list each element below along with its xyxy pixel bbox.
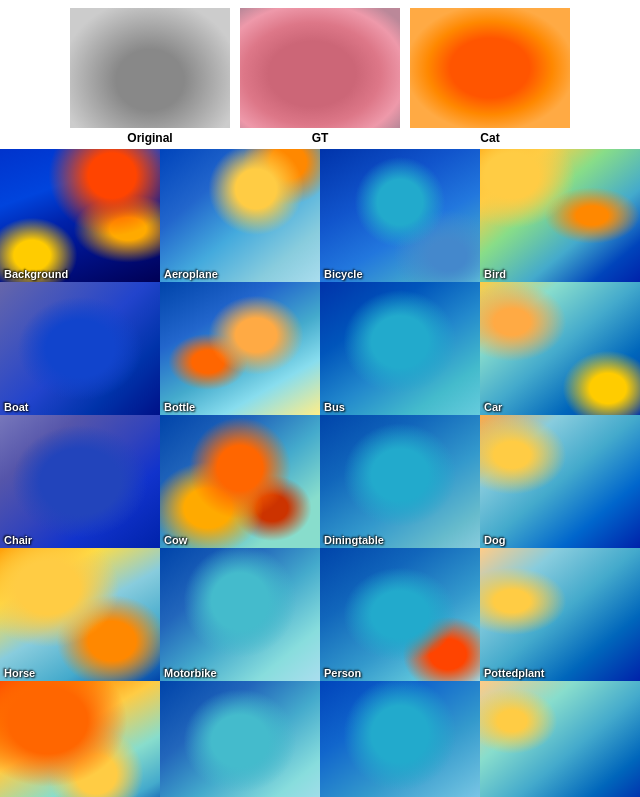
cat-item: Cat bbox=[410, 8, 570, 145]
top-row: Original GT Cat bbox=[0, 0, 640, 149]
original-image bbox=[70, 8, 230, 128]
label-cow: Cow bbox=[164, 534, 187, 546]
label-aeroplane: Aeroplane bbox=[164, 268, 218, 280]
cell-pottedplant: Pottedplant bbox=[480, 548, 640, 681]
cell-bird: Bird bbox=[480, 149, 640, 282]
grid-row-2: Boat Bottle Bus Car bbox=[0, 282, 640, 415]
grid-row-1: Background Aeroplane Bicycle Bird bbox=[0, 149, 640, 282]
label-bottle: Bottle bbox=[164, 401, 195, 413]
cell-sofa: Sofa bbox=[160, 681, 320, 797]
label-dog: Dog bbox=[484, 534, 505, 546]
cell-bottle: Bottle bbox=[160, 282, 320, 415]
label-diningtable: Diningtable bbox=[324, 534, 384, 546]
grid-row-4: Horse Motorbike Person Pottedplant bbox=[0, 548, 640, 681]
original-label: Original bbox=[127, 131, 172, 145]
label-bus: Bus bbox=[324, 401, 345, 413]
cell-background: Background bbox=[0, 149, 160, 282]
label-chair: Chair bbox=[4, 534, 32, 546]
cell-car: Car bbox=[480, 282, 640, 415]
grid-row-3: Chair Cow Diningtable Dog bbox=[0, 415, 640, 548]
cell-motorbike: Motorbike bbox=[160, 548, 320, 681]
cat-image bbox=[410, 8, 570, 128]
cell-cow: Cow bbox=[160, 415, 320, 548]
cell-horse: Horse bbox=[0, 548, 160, 681]
cell-sheep: Sheep bbox=[0, 681, 160, 797]
cell-dog: Dog bbox=[480, 415, 640, 548]
cat-label: Cat bbox=[480, 131, 499, 145]
label-car: Car bbox=[484, 401, 502, 413]
label-boat: Boat bbox=[4, 401, 28, 413]
gt-image bbox=[240, 8, 400, 128]
cell-chair: Chair bbox=[0, 415, 160, 548]
gt-item: GT bbox=[240, 8, 400, 145]
original-item: Original bbox=[70, 8, 230, 145]
cell-boat: Boat bbox=[0, 282, 160, 415]
cell-person: Person bbox=[320, 548, 480, 681]
main-container: Original GT Cat Background Aeroplane Bic… bbox=[0, 0, 640, 797]
cell-train: Train bbox=[320, 681, 480, 797]
grid-row-5: Sheep Sofa Train Tvmonitor bbox=[0, 681, 640, 797]
label-bird: Bird bbox=[484, 268, 506, 280]
label-pottedplant: Pottedplant bbox=[484, 667, 545, 679]
cell-diningtable: Diningtable bbox=[320, 415, 480, 548]
label-bicycle: Bicycle bbox=[324, 268, 363, 280]
cell-bicycle: Bicycle bbox=[320, 149, 480, 282]
label-motorbike: Motorbike bbox=[164, 667, 217, 679]
label-background: Background bbox=[4, 268, 68, 280]
gt-label: GT bbox=[312, 131, 329, 145]
cell-bus: Bus bbox=[320, 282, 480, 415]
label-person: Person bbox=[324, 667, 361, 679]
cell-aeroplane: Aeroplane bbox=[160, 149, 320, 282]
cell-tvmonitor: Tvmonitor bbox=[480, 681, 640, 797]
label-horse: Horse bbox=[4, 667, 35, 679]
